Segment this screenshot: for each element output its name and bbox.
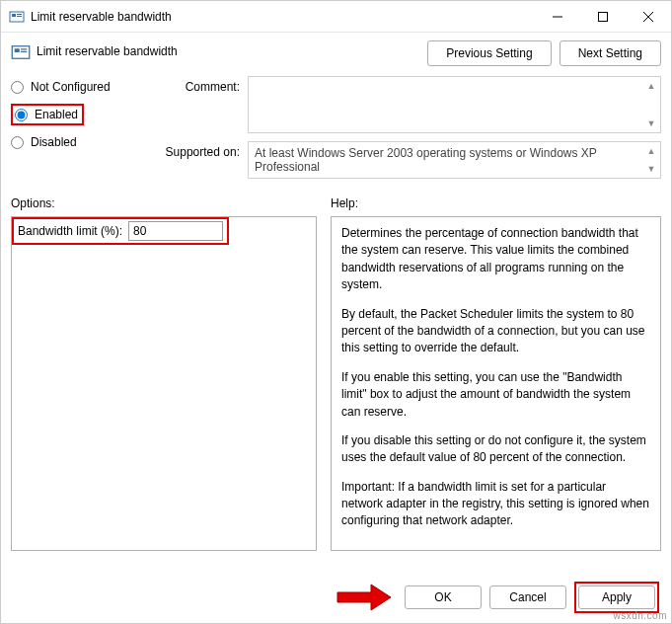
radio-disabled-label: Disabled <box>31 135 77 149</box>
comment-label: Comment: <box>159 76 248 133</box>
options-label: Options: <box>11 196 317 210</box>
radio-enabled[interactable]: Enabled <box>15 108 78 121</box>
comment-textbox[interactable]: ▲ ▼ <box>248 76 661 133</box>
scroll-down-icon[interactable]: ▼ <box>644 117 658 130</box>
titlebar: Limit reservable bandwidth <box>1 1 671 33</box>
svg-rect-1 <box>12 14 16 17</box>
svg-rect-3 <box>17 16 22 17</box>
group-policy-icon <box>9 9 25 25</box>
svg-marker-12 <box>337 585 391 610</box>
state-radio-group: Not Configured Enabled Disabled <box>11 76 159 187</box>
scroll-up-icon[interactable]: ▲ <box>644 144 658 158</box>
scroll-down-icon[interactable]: ▼ <box>644 162 658 176</box>
bandwidth-limit-label: Bandwidth limit (%): <box>18 224 122 238</box>
svg-rect-2 <box>17 14 22 15</box>
header-row: Limit reservable bandwidth Previous Sett… <box>11 40 661 66</box>
svg-rect-11 <box>21 51 27 52</box>
svg-rect-10 <box>21 48 27 49</box>
radio-not-configured[interactable]: Not Configured <box>11 80 159 94</box>
radio-disabled-input[interactable] <box>11 136 24 149</box>
footer-buttons: OK Cancel Apply <box>336 582 659 613</box>
radio-enabled-label: Enabled <box>35 108 78 121</box>
help-paragraph: Important: If a bandwidth limit is set f… <box>341 479 650 530</box>
window-title: Limit reservable bandwidth <box>31 10 535 24</box>
help-paragraph: By default, the Packet Scheduler limits … <box>341 306 650 357</box>
options-panel: Bandwidth limit (%): <box>11 216 317 551</box>
radio-disabled[interactable]: Disabled <box>11 135 159 149</box>
svg-rect-5 <box>599 12 608 21</box>
setting-icon <box>11 42 31 62</box>
cancel-button[interactable]: Cancel <box>489 585 566 609</box>
radio-not-configured-label: Not Configured <box>31 80 111 94</box>
radio-enabled-input[interactable] <box>15 109 28 121</box>
apply-button[interactable]: Apply <box>578 585 655 609</box>
maximize-button[interactable] <box>580 1 626 33</box>
ok-button[interactable]: OK <box>405 585 482 609</box>
next-setting-button[interactable]: Next Setting <box>560 40 661 66</box>
close-button[interactable] <box>626 1 671 33</box>
help-paragraph: If you enable this setting, you can use … <box>341 369 650 421</box>
supported-on-label: Supported on: <box>159 141 248 179</box>
supported-on-textbox: At least Windows Server 2003 operating s… <box>248 141 661 179</box>
arrow-callout-icon <box>336 583 393 612</box>
radio-not-configured-input[interactable] <box>11 81 24 94</box>
bandwidth-limit-row: Bandwidth limit (%): <box>12 217 229 245</box>
help-paragraph: Determines the percentage of connection … <box>341 225 650 294</box>
svg-rect-9 <box>15 48 20 52</box>
setting-title: Limit reservable bandwidth <box>37 40 427 58</box>
previous-setting-button[interactable]: Previous Setting <box>427 40 551 66</box>
scroll-up-icon[interactable]: ▲ <box>644 79 658 93</box>
help-paragraph: If you disable this setting or do not co… <box>341 432 650 467</box>
help-panel: Determines the percentage of connection … <box>331 216 661 551</box>
bandwidth-limit-input[interactable] <box>128 221 223 241</box>
help-label: Help: <box>331 196 661 210</box>
supported-on-value: At least Windows Server 2003 operating s… <box>255 146 642 174</box>
minimize-button[interactable] <box>535 1 580 33</box>
